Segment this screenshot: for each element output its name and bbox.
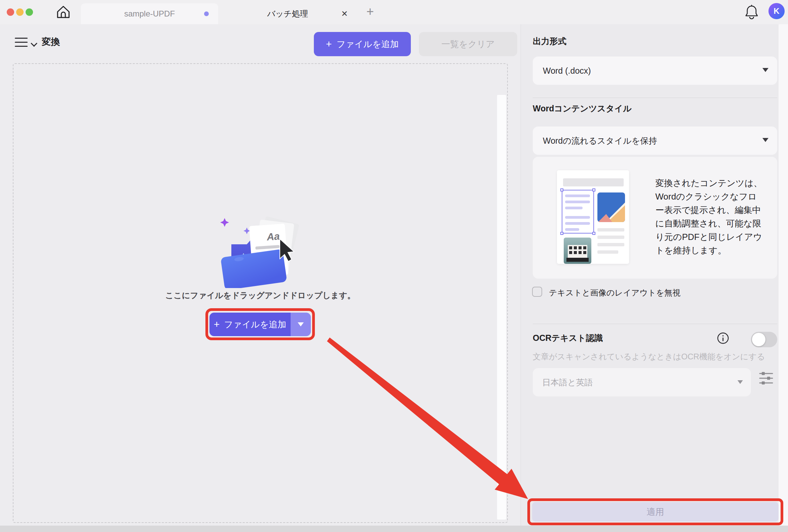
window-titlebar: sample-UPDF バッチ処理 ✕ + K	[0, 0, 788, 24]
output-format-label: 出力形式	[533, 36, 566, 47]
ocr-language-value: 日本語と英語	[542, 377, 593, 388]
minimize-window-button[interactable]	[16, 8, 24, 16]
divider	[533, 98, 777, 98]
sparkle-icon	[220, 218, 229, 227]
mock-image-thumbnail	[597, 192, 625, 222]
svg-text:Aa: Aa	[266, 230, 280, 243]
divider	[533, 324, 777, 324]
content-style-select[interactable]: Wordの流れるスタイルを保持	[533, 126, 777, 155]
unsaved-dot-icon	[204, 12, 209, 16]
close-window-button[interactable]	[7, 8, 14, 16]
selection-box	[562, 190, 594, 233]
tab-sample-updf[interactable]: sample-UPDF	[81, 3, 218, 24]
updf-app-window: sample-UPDF バッチ処理 ✕ + K 変換 + ファイルを追加 一覧を…	[0, 0, 788, 532]
user-avatar[interactable]: K	[768, 3, 785, 19]
close-tab-icon[interactable]: ✕	[339, 8, 350, 20]
sidebar-scrollbar-track[interactable]	[779, 24, 788, 532]
menu-icon[interactable]	[15, 37, 29, 48]
ocr-language-select[interactable]: 日本語と英語	[533, 368, 751, 396]
annotation-box-add-files	[205, 308, 315, 340]
home-icon[interactable]	[56, 5, 71, 20]
ignore-layout-label: テキストと画像のレイアウトを無視	[549, 287, 681, 298]
output-format-select[interactable]: Word (.docx)	[533, 57, 777, 85]
caret-down-icon	[763, 138, 768, 142]
ocr-toggle[interactable]	[751, 332, 777, 347]
caret-down-icon	[737, 380, 743, 384]
caret-down-icon	[763, 68, 768, 72]
tab-label: バッチ処理	[267, 8, 308, 19]
mock-title-bar	[563, 178, 624, 186]
folder-documents-illustration: Aa	[217, 213, 305, 288]
tab-batch-process[interactable]: バッチ処理 ✕	[218, 3, 357, 24]
dropzone-hint: ここにファイルをドラッグアンドドロップします。	[13, 290, 508, 301]
chevron-down-icon[interactable]	[31, 40, 38, 46]
new-tab-button[interactable]: +	[364, 5, 376, 18]
document-preview-illustration	[557, 170, 629, 264]
notification-bell-icon[interactable]	[744, 4, 759, 20]
mock-photo-thumbnail	[564, 238, 591, 264]
style-description: 変換されたコンテンツは、Wordのクラシックなフロー表示で提示され、編集中に自動…	[655, 176, 764, 257]
vertical-scrollbar[interactable]	[497, 95, 506, 519]
info-icon[interactable]	[716, 332, 729, 345]
content-style-value: Wordの流れるスタイルを保持	[543, 135, 657, 146]
ocr-label: OCRテキスト認識	[533, 332, 603, 344]
content-style-label: Wordコンテンツスタイル	[533, 103, 632, 114]
tab-label: sample-UPDF	[124, 9, 175, 19]
sliders-icon[interactable]	[759, 371, 774, 386]
toggle-knob	[752, 333, 765, 346]
clear-list-button[interactable]: 一覧をクリア	[419, 32, 517, 56]
output-format-value: Word (.docx)	[543, 66, 591, 76]
page-title: 変換	[42, 36, 60, 48]
window-bottom-edge	[0, 526, 788, 532]
plus-icon: +	[326, 39, 332, 49]
annotation-box-apply	[527, 498, 783, 525]
ocr-hint: 文章がスキャンされているようなときはOCR機能をオンにする	[533, 351, 777, 362]
zoom-window-button[interactable]	[25, 8, 33, 16]
add-files-label: ファイルを追加	[336, 38, 399, 50]
clear-list-label: 一覧をクリア	[441, 38, 495, 50]
add-files-button[interactable]: + ファイルを追加	[314, 32, 411, 56]
ignore-layout-checkbox[interactable]	[532, 287, 542, 297]
